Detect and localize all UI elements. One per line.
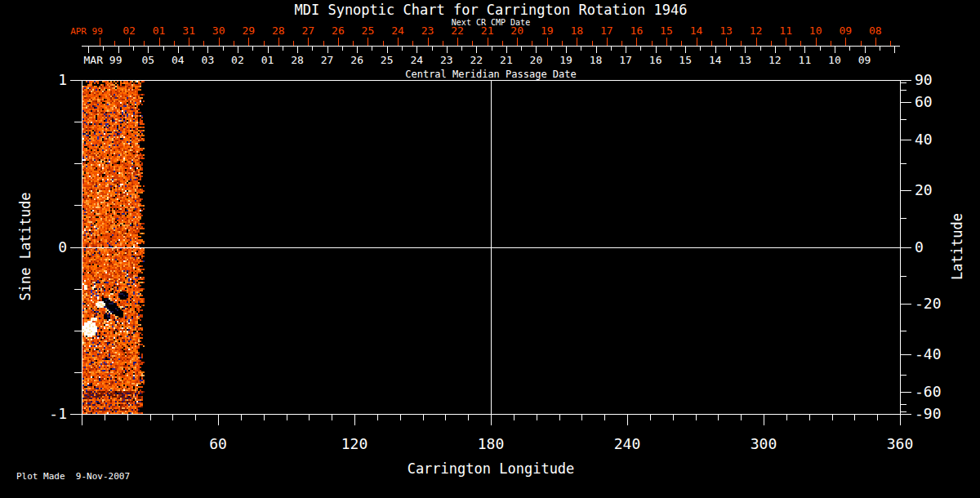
next-cr-day-tick [577, 38, 577, 46]
cmp-day-label: 18 [590, 55, 603, 67]
next-cr-day-label: 21 [481, 25, 494, 38]
cmp-day-label: 12 [768, 55, 782, 67]
x-minor-tick [241, 414, 242, 420]
next-cr-day-label: 29 [242, 25, 255, 38]
x-minor-tick [423, 414, 424, 420]
x-minor-tick [172, 414, 173, 420]
next-cr-halfday-tick [831, 41, 831, 46]
right-major-tick [900, 190, 911, 191]
right-tick-label: -20 [915, 296, 942, 313]
left-minor-tick [74, 289, 82, 290]
x-minor-tick [150, 414, 151, 420]
central-meridian-passage-label: Central Meridian Passage Date [0, 69, 980, 81]
cmp-day-tick [416, 47, 417, 53]
x-minor-tick [786, 414, 787, 420]
cmp-day-tick [476, 47, 477, 53]
x-minor-tick [287, 414, 287, 420]
next-cr-halfday-tick [711, 41, 712, 46]
x-tick-label: 180 [478, 436, 505, 453]
left-tick-label: -1 [33, 406, 67, 423]
next-cr-day-label: 30 [212, 25, 225, 38]
cmp-day-label: 19 [559, 55, 572, 67]
cmp-day-tick [775, 47, 776, 53]
left-major-tick [70, 247, 82, 248]
next-cr-halfday-tick [621, 41, 622, 46]
cmp-halfday-tick [849, 47, 850, 51]
x-minor-tick [809, 414, 810, 420]
next-cr-day-tick [248, 38, 249, 46]
next-cr-day-tick [368, 38, 368, 46]
cmp-halfday-tick [283, 47, 283, 51]
x-tick-label: 120 [341, 436, 368, 453]
cmp-day-tick [148, 47, 149, 53]
next-cr-halfday-tick [741, 41, 742, 46]
next-cr-day-label: 02 [122, 25, 136, 38]
x-major-tick [627, 414, 628, 425]
right-minor-tick [900, 331, 906, 331]
next-cr-halfday-tick [861, 41, 862, 46]
next-cr-day-label: 20 [510, 25, 523, 38]
x-tick-label: 360 [887, 436, 914, 453]
next-cr-day-tick [100, 38, 100, 46]
cmp-day-tick [178, 47, 179, 53]
cmp-day-label: 28 [291, 55, 304, 67]
next-cr-month-label: APR 99 [70, 27, 103, 38]
x-axis-title: Carrington Longitude [0, 461, 980, 478]
chart-title: MDI Synoptic Chart for Carrington Rotati… [0, 2, 980, 19]
next-cr-day-label: 27 [302, 25, 315, 38]
next-cr-day-label: 24 [391, 25, 404, 38]
cmp-halfday-tick [640, 47, 641, 51]
next-cr-day-tick [786, 38, 786, 46]
mdi-synoptic-chart: MDI Synoptic Chart for Carrington Rotati… [0, 0, 980, 498]
cmp-halfday-tick [700, 47, 701, 51]
right-minor-tick [900, 218, 906, 219]
x-minor-tick [604, 414, 605, 420]
next-cr-halfday-tick [681, 41, 682, 46]
x-minor-tick [514, 414, 514, 420]
right-major-tick [900, 80, 911, 81]
next-cr-day-label: 12 [750, 25, 763, 38]
x-minor-tick [696, 414, 697, 420]
cmp-halfday-tick [670, 47, 671, 51]
next-cr-day-tick [666, 38, 667, 46]
x-minor-tick [559, 414, 560, 420]
cmp-halfday-tick [163, 47, 164, 51]
cmp-day-tick [118, 47, 119, 53]
x-minor-tick [581, 414, 582, 420]
x-major-tick [82, 414, 82, 425]
cmp-day-tick [207, 47, 208, 53]
next-cr-halfday-tick [203, 41, 204, 46]
cmp-day-tick [387, 47, 388, 53]
right-minor-tick [900, 276, 906, 277]
right-minor-tick [900, 411, 906, 412]
x-minor-tick [400, 414, 401, 420]
cmp-day-tick [865, 47, 866, 53]
next-cr-day-tick [308, 38, 309, 46]
cmp-month-label: MAR 99 [84, 55, 122, 67]
cmp-halfday-tick [730, 47, 731, 51]
x-minor-tick [105, 414, 105, 420]
next-cr-day-label: 31 [182, 25, 195, 38]
right-tick-label: -90 [915, 406, 942, 423]
right-major-tick [900, 392, 911, 393]
x-minor-tick [854, 414, 855, 420]
right-major-tick [900, 304, 911, 305]
next-cr-day-label: 25 [362, 25, 375, 38]
cmp-day-label: 01 [261, 55, 274, 67]
x-minor-tick [718, 414, 719, 420]
right-tick-label: -40 [915, 346, 942, 363]
next-cr-day-label: 13 [719, 25, 733, 38]
cmp-day-tick [447, 47, 448, 53]
next-cr-day-tick [219, 38, 220, 46]
next-cr-day-label: 22 [451, 25, 464, 38]
cmp-day-label: 20 [530, 55, 543, 67]
next-cr-day-label: 09 [839, 25, 852, 38]
cmp-day-label: 09 [858, 55, 871, 67]
right-major-tick [900, 102, 911, 103]
next-cr-day-tick [517, 38, 518, 46]
right-axis-title: Latitude [949, 213, 965, 280]
next-cr-day-label: 16 [630, 25, 644, 38]
x-minor-tick [332, 414, 332, 420]
x-minor-tick [650, 414, 651, 420]
cmp-halfday-tick [880, 47, 880, 51]
